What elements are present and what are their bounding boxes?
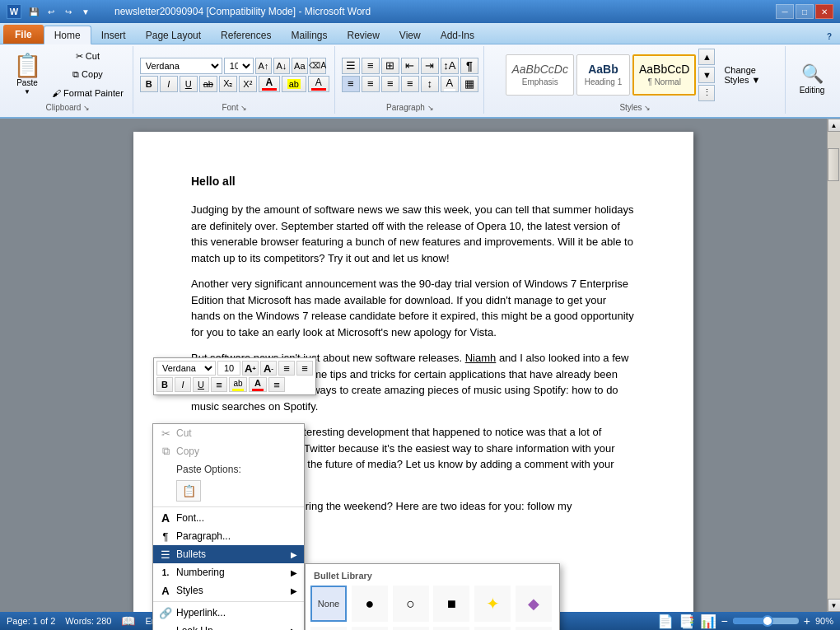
paste-button[interactable]: 📋 Paste ▼ (8, 49, 46, 101)
redo-btn[interactable]: ↪ (61, 4, 76, 19)
maximize-btn[interactable]: □ (796, 4, 814, 19)
spell-check-icon[interactable]: 📖 (121, 614, 135, 628)
help-btn[interactable]: ? (822, 29, 837, 44)
bullet-star[interactable]: ✦ (474, 586, 511, 622)
increase-font-btn[interactable]: A↑ (255, 58, 272, 74)
subscript-button[interactable]: X₂ (219, 76, 237, 92)
tab-view[interactable]: View (390, 26, 431, 44)
align-left-btn[interactable]: ≡ (342, 76, 360, 92)
mini-font-size[interactable] (217, 361, 240, 376)
view-icon-1[interactable]: 📄 (657, 614, 674, 629)
mini-align-btn[interactable]: ≡ (211, 377, 227, 392)
tab-review[interactable]: Review (337, 26, 389, 44)
scroll-up-btn[interactable]: ▲ (828, 119, 841, 132)
undo-btn[interactable]: ↩ (44, 4, 58, 19)
cm-numbering[interactable]: 1. Numbering ▶ (153, 563, 304, 581)
bullet-diamond[interactable]: ◆ (516, 586, 552, 622)
scrollbar-vertical[interactable]: ▲ ▼ (827, 119, 840, 612)
bold-button[interactable]: B (140, 76, 158, 92)
styles-down-btn[interactable]: ▼ (698, 67, 715, 83)
sort-btn[interactable]: ↕A (441, 58, 459, 74)
borders-btn[interactable]: ▦ (460, 76, 478, 92)
superscript-button[interactable]: X² (239, 76, 257, 92)
scroll-thumb[interactable] (828, 148, 839, 181)
mini-list-btn1[interactable]: ≡ (278, 361, 295, 376)
tab-mailings[interactable]: Mailings (281, 26, 337, 44)
zoom-out-btn[interactable]: − (721, 614, 728, 628)
text-color-btn[interactable]: A (259, 76, 280, 92)
cm-styles[interactable]: A Styles ▶ (153, 581, 304, 600)
mini-decrease-font[interactable]: A- (260, 361, 277, 376)
cut-button[interactable]: ✂ Cut (48, 49, 128, 65)
tab-add-ins[interactable]: Add-Ins (431, 26, 484, 44)
cm-copy[interactable]: ⧉ Copy (153, 442, 304, 460)
italic-button[interactable]: I (160, 76, 178, 92)
align-center-btn[interactable]: ≡ (362, 76, 380, 92)
styles-more-btn[interactable]: ⋮ (698, 85, 715, 101)
cm-font[interactable]: A Font... (153, 509, 304, 527)
copy-button[interactable]: ⧉ Copy (48, 67, 128, 83)
cm-bullets[interactable]: ☰ Bullets ▶ (153, 545, 304, 563)
mini-increase-font[interactable]: A+ (242, 361, 259, 376)
minimize-btn[interactable]: ─ (776, 4, 794, 19)
tab-file[interactable]: File (3, 25, 44, 44)
bullet-filled-circle[interactable]: ● (352, 586, 388, 622)
change-case-btn[interactable]: Aa (292, 58, 308, 74)
zoom-in-btn[interactable]: + (804, 614, 810, 628)
bullet-open-circle[interactable]: ○ (393, 586, 429, 622)
cm-hyperlink[interactable]: 🔗 Hyperlink... (153, 604, 304, 622)
paste-icon-1[interactable]: 📋 (176, 480, 201, 502)
mini-styles-btn[interactable]: ≡ (268, 377, 285, 392)
tab-home[interactable]: Home (44, 26, 91, 44)
clear-format-btn[interactable]: ⌫A (310, 58, 326, 74)
cm-cut[interactable]: ✂ Cut (153, 424, 304, 442)
bullet-filled-square[interactable]: ■ (433, 586, 469, 622)
mini-highlight-btn[interactable]: ab (229, 377, 247, 392)
mini-list-btn2[interactable]: ≡ (296, 361, 313, 376)
bullets-button[interactable]: ☰ (342, 58, 360, 74)
scroll-down-btn[interactable]: ▼ (828, 599, 841, 612)
show-formatting-btn[interactable]: ¶ (460, 58, 478, 74)
view-icon-3[interactable]: 📊 (700, 614, 716, 629)
line-spacing-btn[interactable]: ↕ (421, 76, 439, 92)
styles-up-btn[interactable]: ▲ (698, 49, 715, 65)
tab-insert[interactable]: Insert (91, 26, 136, 44)
cm-paragraph[interactable]: ¶ Paragraph... (153, 527, 304, 545)
mini-italic-btn[interactable]: I (175, 377, 191, 392)
underline-button[interactable]: U (180, 76, 198, 92)
bullet-checkmark[interactable]: ✓ (393, 627, 429, 630)
tab-page-layout[interactable]: Page Layout (136, 26, 211, 44)
zoom-bar[interactable] (733, 618, 799, 624)
view-icon-2[interactable]: 📑 (679, 614, 695, 629)
mini-text-color-btn[interactable]: A (249, 377, 267, 392)
editing-btn[interactable]: 🔍 Editing (793, 53, 831, 105)
shading-btn[interactable]: A (441, 76, 459, 92)
highlight-color-btn[interactable]: ab (282, 76, 306, 92)
format-painter-button[interactable]: 🖌 Format Painter (48, 85, 128, 101)
decrease-indent-btn[interactable]: ⇤ (401, 58, 419, 74)
decrease-font-btn[interactable]: A↓ (273, 58, 290, 74)
document-wrapper[interactable]: Hello all Judging by the amount of softw… (0, 119, 827, 612)
style-normal[interactable]: AaBbCcD ¶ Normal (632, 54, 696, 96)
align-right-btn[interactable]: ≡ (381, 76, 399, 92)
mini-underline-btn[interactable]: U (193, 377, 209, 392)
increase-indent-btn[interactable]: ⇥ (421, 58, 439, 74)
save-btn[interactable]: 💾 (26, 4, 41, 19)
justify-btn[interactable]: ≡ (401, 76, 419, 92)
strikethrough-button[interactable]: ab (199, 76, 217, 92)
quick-access-dropdown[interactable]: ▼ (78, 4, 93, 19)
bullet-none[interactable]: None (310, 586, 347, 622)
style-emphasis[interactable]: AaBbCcDc Emphasis (506, 54, 573, 96)
scroll-track[interactable] (828, 132, 840, 599)
numbering-button[interactable]: ≡ (362, 58, 380, 74)
multilevel-list-btn[interactable]: ⊞ (381, 58, 399, 74)
font-size-select[interactable]: 10 (224, 58, 254, 74)
tab-references[interactable]: References (211, 26, 281, 44)
font-name-select[interactable]: Verdana (140, 58, 222, 74)
font-color-btn2[interactable]: A (308, 76, 329, 92)
mini-font-select[interactable]: Verdana (156, 361, 216, 376)
bullet-arrow[interactable]: ➤ (352, 627, 388, 630)
mini-bold-btn[interactable]: B (156, 377, 173, 392)
close-btn[interactable]: ✕ (815, 4, 833, 19)
style-heading1[interactable]: AaBb Heading 1 (576, 54, 630, 96)
